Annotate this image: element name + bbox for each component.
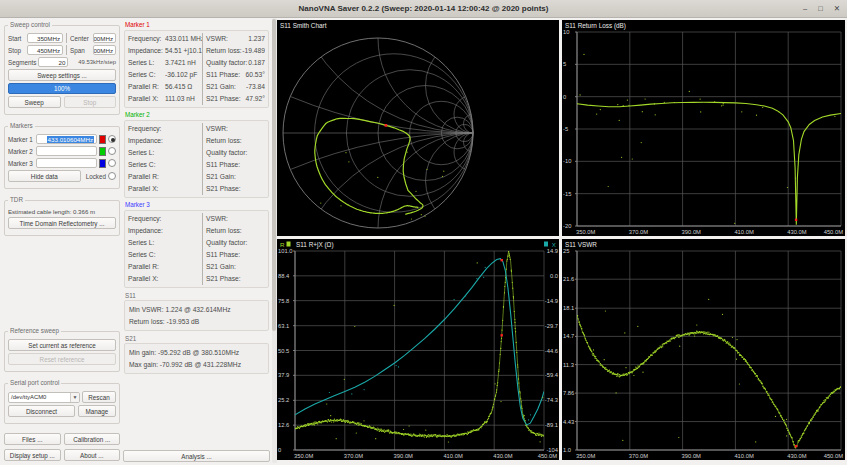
marker-2-radio[interactable] xyxy=(108,147,116,155)
marker-3-data-box: Frequency:Impedance:Series L:Series C:Pa… xyxy=(124,210,269,288)
reset-reference-button[interactable]: Reset reference xyxy=(8,353,116,365)
field-label: Parallel R: xyxy=(128,171,165,183)
svg-text:63.1: 63.1 xyxy=(278,323,289,329)
return-loss-chart-panel[interactable]: 1050-5-10-15-20350.0M370.0M390.0M410.0M4… xyxy=(562,20,845,236)
markers-group: Markers Marker 1 433.010604MHz Marker 2 … xyxy=(4,126,120,189)
marker-2-s21-phase-row: S21 Phase: xyxy=(206,183,265,195)
svg-text:50.5: 50.5 xyxy=(278,348,289,354)
rescan-button[interactable]: Rescan xyxy=(82,391,116,403)
field-label: Parallel R: xyxy=(128,81,165,93)
minimize-button[interactable]: – xyxy=(803,0,807,18)
field-label: Return loss: xyxy=(206,45,242,57)
svg-text:430.0M: 430.0M xyxy=(493,453,513,459)
svg-text:-89.1: -89.1 xyxy=(545,422,558,428)
files-button[interactable]: Files ... xyxy=(4,433,61,445)
disconnect-button[interactable]: Disconnect xyxy=(8,405,75,417)
marker-3-data-title: Marker 3 xyxy=(125,200,270,209)
sweep-button[interactable]: Sweep xyxy=(8,96,61,108)
marker-1-input[interactable]: 433.010604MHz xyxy=(36,134,97,144)
maximize-button[interactable]: □ xyxy=(818,0,823,18)
field-label: Series L: xyxy=(128,147,165,159)
field-value xyxy=(241,273,265,285)
serial-port-combo[interactable]: /dev/ttyACM0 ▼ xyxy=(8,392,80,403)
field-value xyxy=(242,135,265,147)
sweep-progress-bar: 100% xyxy=(8,83,116,94)
marker-2-series-c-row: Series C: xyxy=(128,159,202,171)
stop-button[interactable]: Stop xyxy=(64,96,117,108)
svg-text:14.7: 14.7 xyxy=(563,333,574,339)
svg-text:18.1: 18.1 xyxy=(563,305,574,311)
analysis-button[interactable]: Analysis ... xyxy=(123,450,270,462)
spacer xyxy=(3,243,121,327)
serial-port-title: Serial port control xyxy=(8,379,61,386)
svg-text:350.0M: 350.0M xyxy=(576,229,596,235)
close-button[interactable]: ✕ xyxy=(834,0,840,18)
window-controls: – □ ✕ xyxy=(803,0,840,18)
svg-text:88.4: 88.4 xyxy=(278,273,290,279)
smith-chart-panel[interactable]: S11 Smith Chart xyxy=(277,20,559,236)
s21-min-gain-text: Min gain: -95.292 dB @ 380.510MHz xyxy=(129,347,264,359)
field-label: Frequency: xyxy=(128,123,165,135)
field-value: 47.92° xyxy=(241,93,265,105)
marker-1-radio[interactable] xyxy=(108,135,116,143)
marker-2-impedance-row: Impedance: xyxy=(128,135,202,147)
start-input[interactable]: 350MHz xyxy=(27,33,63,43)
svg-text:7.86: 7.86 xyxy=(563,390,574,396)
marker-blocks: Marker 1Frequency:433.011 MHzImpedance:5… xyxy=(123,18,270,288)
vswr-chart-panel[interactable]: 2521.618.114.711.37.864.431.0350.0M370.0… xyxy=(562,239,845,460)
locked-checkbox[interactable] xyxy=(108,172,116,180)
hide-data-button[interactable]: Hide data xyxy=(8,170,81,182)
marker-1-color-swatch[interactable] xyxy=(99,135,106,144)
stop-input[interactable]: 450MHz xyxy=(27,45,63,55)
field-value xyxy=(240,249,265,261)
span-input[interactable]: 100MHz xyxy=(93,45,116,55)
marker-3-color-swatch[interactable] xyxy=(99,159,106,168)
marker-2-color-swatch[interactable] xyxy=(99,147,106,156)
field-value xyxy=(165,171,202,183)
titlebar[interactable]: NanoVNA Saver 0.2.2 (Sweep: 2020-01-14 1… xyxy=(0,0,847,18)
chart-rloss-svg: 1050-5-10-15-20350.0M370.0M390.0M410.0M4… xyxy=(562,20,845,236)
set-reference-button[interactable]: Set current as reference xyxy=(8,339,116,351)
stop-label: Stop xyxy=(8,47,25,54)
display-setup-button[interactable]: Display setup ... xyxy=(4,449,61,461)
svg-text:-10: -10 xyxy=(563,158,571,164)
svg-text:390.0M: 390.0M xyxy=(394,453,414,459)
field-label: VSWR: xyxy=(206,123,228,135)
field-value xyxy=(228,123,265,135)
marker-2-input[interactable] xyxy=(36,146,97,156)
svg-text:12.6: 12.6 xyxy=(278,422,289,428)
start-label: Start xyxy=(8,35,25,42)
scrollbar-thumb[interactable] xyxy=(272,19,276,331)
svg-text:410.0M: 410.0M xyxy=(443,453,463,459)
panel-scrollbar[interactable] xyxy=(272,18,277,463)
nanovna-saver-window: { "window": { "title": "NanoVNA Saver 0.… xyxy=(0,0,847,465)
marker-1-s21-gain-row: S21 Gain:-73.84 xyxy=(206,81,265,93)
segments-input[interactable]: 20 xyxy=(38,57,68,67)
field-value: 111.03 nH xyxy=(165,93,202,105)
marker-3-quality-factor-row: Quality factor: xyxy=(206,237,265,249)
marker-2-label: Marker 2 xyxy=(8,148,34,155)
svg-text:370.0M: 370.0M xyxy=(629,229,649,235)
calibration-button[interactable]: Calibration ... xyxy=(64,433,121,445)
marker-2-series-l-row: Series L: xyxy=(128,147,202,159)
s11-return-loss-text: Return loss: -19.953 dB xyxy=(129,316,264,328)
sweep-settings-button[interactable]: Sweep settings ... xyxy=(8,69,116,81)
chevron-down-icon[interactable]: ▼ xyxy=(70,393,79,402)
marker-1-impedance-row: Impedance:54.51 +j10.18 xyxy=(128,45,202,57)
svg-text:25: 25 xyxy=(563,248,569,254)
manage-button[interactable]: Manage xyxy=(78,405,116,417)
svg-text:101.0: 101.0 xyxy=(278,248,293,254)
field-label: Frequency: xyxy=(128,213,165,225)
tdr-button[interactable]: Time Domain Reflectometry ... xyxy=(8,217,116,229)
field-value xyxy=(165,237,202,249)
center-label: Center xyxy=(70,35,91,42)
about-button[interactable]: About ... xyxy=(64,449,121,461)
center-input[interactable]: 400MHz xyxy=(93,33,116,43)
field-value: 1.237 xyxy=(228,33,265,45)
marker-3-input[interactable] xyxy=(36,158,97,168)
marker-2-s21-gain-row: S21 Gain: xyxy=(206,171,265,183)
marker-3-radio[interactable] xyxy=(108,159,116,167)
serial-port-group: Serial port control /dev/ttyACM0 ▼ Resca… xyxy=(4,383,120,424)
rjx-chart-panel[interactable]: 101.088.475.863.150.537.925.212.6014.90.… xyxy=(277,239,559,460)
field-label: Parallel R: xyxy=(128,261,165,273)
